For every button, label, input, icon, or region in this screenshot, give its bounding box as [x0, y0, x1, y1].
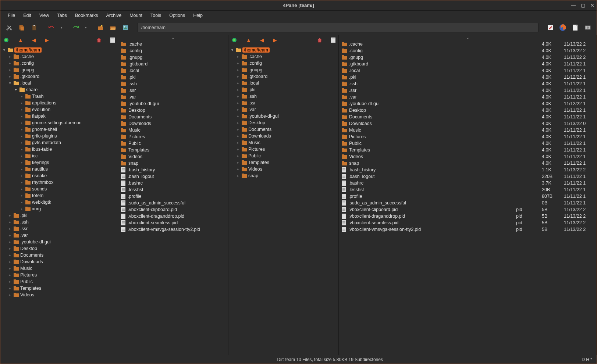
cut-button[interactable]	[4, 22, 14, 33]
tree-item[interactable]: ▸Public	[3, 278, 118, 285]
list-item[interactable]: .ssr	[118, 87, 228, 94]
tree-item[interactable]: ▸Pictures	[231, 146, 338, 153]
tree-arrow-icon[interactable]: ▸	[21, 187, 25, 191]
disk-button[interactable]	[583, 22, 593, 33]
tree-arrow-icon[interactable]: ▸	[237, 167, 242, 171]
list-item[interactable]: Templates4.0K11/11/22 1	[339, 147, 596, 153]
tree-item[interactable]: ▸.pki	[3, 212, 118, 219]
tree-item[interactable]: ▾.local	[3, 80, 118, 86]
menu-help[interactable]: Help	[189, 12, 206, 19]
menu-tools[interactable]: Tools	[147, 12, 165, 19]
tree-arrow-icon[interactable]: ▸	[237, 134, 242, 138]
list-item[interactable]: .cache	[118, 41, 228, 47]
tree-item[interactable]: ▸.var	[231, 106, 338, 113]
right-list-collapse[interactable]: ⌄	[339, 35, 596, 40]
tree-item[interactable]: ▸Documents	[231, 126, 338, 133]
tree-item[interactable]: ▸gnome-shell	[3, 126, 118, 133]
list-item[interactable]: Videos4.0K11/11/22 1	[339, 153, 596, 160]
tree-item[interactable]: ▸.cache	[3, 53, 118, 60]
list-item[interactable]: .gnupg	[118, 54, 228, 61]
list-item[interactable]: .ssh4.0K11/11/22 1	[339, 81, 596, 87]
list-item[interactable]: .ssr4.0K11/11/22 1	[339, 87, 596, 94]
tree-arrow-icon[interactable]: ▸	[9, 267, 14, 270]
tree-arrow-icon[interactable]: ▸	[21, 101, 25, 105]
right-file-list[interactable]: .cache4.0K11/13/22 2.config4.0K11/13/22 …	[339, 40, 596, 355]
redo-button[interactable]	[71, 22, 81, 33]
tree-item[interactable]: ▸.config	[3, 60, 118, 67]
tree-arrow-icon[interactable]: ▸	[9, 68, 14, 72]
tree-item[interactable]: ▸applications	[3, 100, 118, 106]
list-item[interactable]: snap	[118, 160, 228, 167]
tree-item[interactable]: ▸flatpak	[3, 113, 118, 119]
tree-arrow-icon[interactable]: ▸	[237, 68, 242, 72]
tree-arrow-icon[interactable]: ▸	[237, 75, 242, 78]
menu-archive[interactable]: Archive	[103, 12, 125, 19]
tree-arrow-icon[interactable]: ▸	[237, 55, 242, 58]
tree-arrow-icon[interactable]: ▸	[21, 134, 25, 138]
tree-item[interactable]: ▸.gtkboard	[3, 73, 118, 80]
tree-item[interactable]: ▸.ssr	[231, 100, 338, 106]
list-item[interactable]: Documents4.0K11/11/22 1	[339, 114, 596, 120]
tree-arrow-icon[interactable]: ▸	[237, 141, 242, 144]
list-item[interactable]: .config	[118, 47, 228, 54]
menu-edit[interactable]: Edit	[19, 12, 35, 19]
list-item[interactable]: Desktop	[118, 107, 228, 114]
tree-item[interactable]: ▸grilo-plugins	[3, 133, 118, 139]
list-item[interactable]: .lesshst	[118, 186, 228, 193]
nav-doc-button[interactable]	[331, 38, 335, 43]
tree-item[interactable]: ▸.var	[3, 232, 118, 239]
tree-arrow-icon[interactable]: ▸	[9, 293, 14, 297]
tree-arrow-icon[interactable]: ▸	[21, 207, 25, 211]
menu-view[interactable]: View	[36, 12, 53, 19]
list-item[interactable]: .sudo_as_admin_successful0B11/11/22 1	[339, 200, 596, 206]
list-item[interactable]: .var4.0K11/11/22 1	[339, 94, 596, 100]
firefox-button[interactable]	[558, 22, 568, 33]
list-item[interactable]: snap4.0K11/11/22 1	[339, 160, 596, 167]
tree-item[interactable]: ▸xorg	[3, 206, 118, 212]
tree-item[interactable]: ▸Documents	[3, 252, 118, 258]
list-item[interactable]: .local	[118, 67, 228, 74]
nav-home-button[interactable]	[317, 38, 322, 43]
tree-item[interactable]: ▸Music	[3, 265, 118, 272]
tree-item[interactable]: ▸Templates	[3, 285, 118, 292]
tree-arrow-icon[interactable]: ▸	[21, 147, 25, 151]
undo-menu-button[interactable]: ▾	[59, 22, 64, 33]
tree-item[interactable]: ▸Videos	[3, 292, 118, 298]
tree-arrow-icon[interactable]: ▾	[3, 48, 8, 52]
list-item[interactable]: .youtube-dl-gui	[118, 100, 228, 107]
paste-button[interactable]	[29, 22, 39, 33]
list-item[interactable]: .bash_history	[118, 167, 228, 173]
tree-arrow-icon[interactable]: ▸	[9, 240, 14, 244]
tree-arrow-icon[interactable]: ▸	[21, 194, 25, 197]
list-item[interactable]: .profile807B11/11/22 1	[339, 193, 596, 200]
tree-arrow-icon[interactable]: ▸	[21, 94, 25, 98]
tree-arrow-icon[interactable]: ▸	[9, 55, 14, 58]
new-file-button[interactable]	[570, 22, 580, 33]
tree-arrow-icon[interactable]: ▸	[9, 61, 14, 65]
list-item[interactable]: .bashrc	[118, 180, 228, 186]
left-file-list[interactable]: .cache.config.gnupg.gtkboard.local.pki.s…	[118, 40, 228, 355]
new-folder-button[interactable]	[95, 22, 106, 33]
tree-arrow-icon[interactable]: ▸	[21, 121, 25, 125]
tree-item[interactable]: ▸.ssr	[3, 225, 118, 232]
tree-item[interactable]: ▸.ssh	[231, 93, 338, 100]
list-item[interactable]: Music	[118, 127, 228, 133]
list-item[interactable]: .youtube-dl-gui4.0K11/12/22 1	[339, 100, 596, 107]
redo-menu-button[interactable]: ▾	[83, 22, 88, 33]
list-item[interactable]: .sudo_as_admin_successful	[118, 200, 228, 206]
list-item[interactable]: Templates	[118, 147, 228, 153]
tree-arrow-icon[interactable]: ▸	[21, 161, 25, 164]
tree-item[interactable]: ▸Desktop	[3, 245, 118, 252]
tree-item[interactable]: ▸.youtube-dl-gui	[231, 113, 338, 119]
tree-arrow-icon[interactable]: ▸	[237, 61, 242, 65]
tree-item[interactable]: ▸.config	[231, 60, 338, 67]
tree-item[interactable]: ▸Videos	[231, 166, 338, 172]
tree-arrow-icon[interactable]: ▸	[21, 114, 25, 118]
tree-item[interactable]: ▸.local	[231, 80, 338, 86]
open-folder-button[interactable]	[108, 22, 118, 33]
list-item[interactable]: Desktop4.0K11/11/22 1	[339, 107, 596, 114]
nav-up-button[interactable]: ▲	[18, 37, 23, 43]
nav-doc-button[interactable]	[110, 38, 115, 43]
tree-arrow-icon[interactable]: ▸	[237, 114, 242, 118]
menu-file[interactable]: File	[4, 12, 19, 19]
